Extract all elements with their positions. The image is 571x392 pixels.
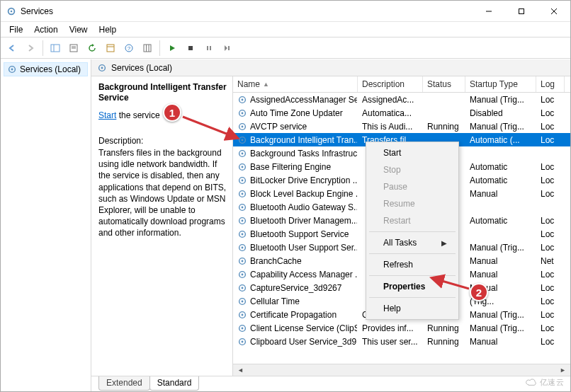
svg-line-64 — [183, 117, 237, 138]
watermark: 亿速云 — [526, 377, 565, 388]
annotation-arrows — [0, 0, 571, 392]
svg-line-65 — [432, 278, 469, 289]
annotation-badge-2: 2 — [470, 283, 488, 301]
annotation-badge-1: 1 — [163, 103, 181, 122]
